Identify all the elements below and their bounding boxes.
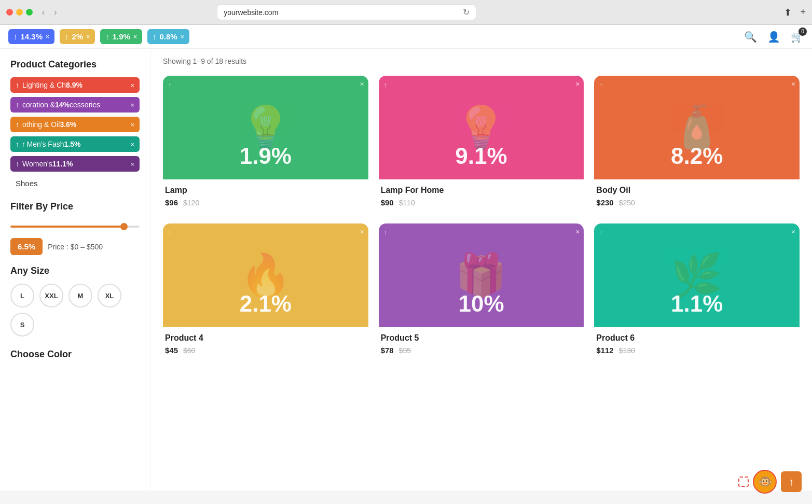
- product-card-p5[interactable]: 🎁 10% ↑ × Product 5 $78 $95: [379, 223, 584, 361]
- cat-label: coration &14%cessories: [22, 101, 100, 109]
- traffic-lights: [6, 9, 33, 16]
- tag-close-icon[interactable]: ×: [46, 33, 49, 40]
- product-card-p2[interactable]: 💡 9.1% ↑ × Lamp For Home $90 $110: [379, 76, 584, 213]
- float-avatar[interactable]: 🐵: [753, 470, 777, 491]
- tag-label: 14.3%: [21, 32, 43, 41]
- product-percent-p2: 9.1%: [455, 143, 507, 169]
- forward-button[interactable]: ›: [51, 7, 60, 18]
- product-percent-p3: 8.2%: [671, 143, 723, 169]
- main-content: Showing 1–9 of 18 results 💡 1.9% ↑ × Lam…: [150, 49, 812, 491]
- cat-close-icon[interactable]: ×: [130, 101, 134, 109]
- size-button-s[interactable]: S: [10, 313, 34, 337]
- product-image-p2: 💡 9.1% ↑ ×: [379, 76, 584, 179]
- product-name-p6: Product 6: [596, 333, 797, 343]
- price-old-p6: $130: [619, 346, 635, 355]
- back-button[interactable]: ‹: [39, 7, 48, 18]
- price-new-p6: $112: [596, 346, 613, 355]
- address-bar[interactable]: yourwebsite.com ↻: [217, 4, 476, 20]
- card-top-left-icon-p2: ↑: [384, 81, 388, 89]
- product-image-p4: 🔥 2.1% ↑ ×: [163, 223, 368, 327]
- shoes-link[interactable]: Shoes: [10, 176, 140, 191]
- cat-close-icon[interactable]: ×: [130, 141, 134, 148]
- cat-close-icon[interactable]: ×: [130, 160, 134, 168]
- price-range-label: Price : $0 – $500: [48, 243, 103, 251]
- price-old-p3: $250: [619, 199, 635, 207]
- topbar: ↑14.3%×↑2%×↑1.9%×↑0.8%× 🔍 👤 🛒 0: [0, 25, 812, 49]
- cat-label: r Men's Fash1.5%: [22, 140, 80, 148]
- product-card-p1[interactable]: 💡 1.9% ↑ × Lamp $96 $120: [163, 76, 368, 213]
- filter-tag-tag4[interactable]: ↑0.8%×: [147, 29, 189, 44]
- product-grid: 💡 1.9% ↑ × Lamp $96 $120 💡 9.1% ↑ × Lamp…: [163, 76, 800, 361]
- product-card-p4[interactable]: 🔥 2.1% ↑ × Product 4 $45 $60: [163, 223, 368, 361]
- product-prices-p1: $96 $120: [165, 198, 366, 207]
- filter-tag-tag2[interactable]: ↑2%×: [60, 29, 95, 44]
- scroll-to-top-button[interactable]: ↑: [781, 471, 802, 491]
- cart-icon[interactable]: 🛒 0: [791, 31, 804, 43]
- price-slider[interactable]: [10, 226, 140, 228]
- user-icon[interactable]: 👤: [767, 31, 780, 43]
- product-name-p1: Lamp: [165, 186, 366, 195]
- close-traffic-light[interactable]: [6, 9, 13, 16]
- tag-arrow-icon: ↑: [105, 32, 109, 41]
- product-percent-p4: 2.1%: [240, 291, 292, 317]
- header-icons: 🔍 👤 🛒 0: [744, 31, 804, 43]
- product-info-p2: Lamp For Home $90 $110: [379, 179, 584, 213]
- product-info-p6: Product 6 $112 $130: [594, 327, 800, 361]
- cat-close-icon[interactable]: ×: [130, 81, 134, 89]
- category-tag-cat5[interactable]: ↑Women's11.1%×: [10, 156, 140, 172]
- card-close-icon-p6[interactable]: ×: [791, 228, 795, 236]
- search-icon[interactable]: 🔍: [744, 31, 757, 43]
- product-name-p4: Product 4: [165, 333, 366, 343]
- price-old-p1: $120: [183, 199, 199, 207]
- category-tag-cat3[interactable]: ↑othing & Oil3.6%×: [10, 117, 140, 132]
- filter-price-title: Filter By Price: [10, 201, 140, 212]
- browser-chrome: ‹ › yourwebsite.com ↻ ⬆ +: [0, 0, 812, 25]
- card-close-icon-p3[interactable]: ×: [791, 80, 795, 88]
- cat-arrow-icon: ↑: [16, 81, 19, 89]
- category-tag-cat2[interactable]: ↑coration &14%cessories×: [10, 97, 140, 113]
- share-button[interactable]: ⬆: [784, 7, 792, 18]
- card-close-icon-p1[interactable]: ×: [360, 80, 364, 88]
- product-image-p3: 🧴 8.2% ↑ ×: [594, 76, 800, 179]
- product-name-p2: Lamp For Home: [381, 186, 582, 195]
- card-close-icon-p2[interactable]: ×: [575, 80, 580, 88]
- tag-close-icon[interactable]: ×: [133, 33, 137, 40]
- size-button-xxl[interactable]: XXL: [39, 284, 63, 307]
- floating-bar: 🐵 ↑: [738, 470, 802, 491]
- card-top-left-icon-p6: ↑: [599, 229, 603, 236]
- size-button-m[interactable]: M: [68, 284, 92, 307]
- product-info-p5: Product 5 $78 $95: [379, 327, 584, 361]
- size-button-xl[interactable]: XL: [98, 284, 121, 307]
- tag-arrow-icon: ↑: [13, 32, 18, 41]
- reload-button[interactable]: ↻: [463, 7, 470, 17]
- product-info-p4: Product 4 $45 $60: [163, 327, 368, 361]
- cat-close-icon[interactable]: ×: [130, 121, 134, 129]
- cart-badge: 0: [799, 27, 807, 36]
- card-top-left-icon-p5: ↑: [384, 229, 388, 236]
- floating-indicator: [738, 477, 749, 487]
- card-close-icon-p5[interactable]: ×: [575, 228, 580, 236]
- maximize-traffic-light[interactable]: [26, 9, 33, 16]
- cat-arrow-icon: ↑: [16, 101, 19, 109]
- main-layout: Product Categories ↑Lighting & Ch8.9%×↑c…: [0, 49, 812, 491]
- category-tag-cat4[interactable]: ↑r Men's Fash1.5%×: [10, 136, 140, 152]
- cat-arrow-icon: ↑: [16, 160, 19, 168]
- new-tab-button[interactable]: +: [800, 7, 806, 18]
- filter-tag-tag1[interactable]: ↑14.3%×: [8, 29, 54, 44]
- results-text: Showing 1–9 of 18 results: [163, 57, 800, 65]
- product-info-p3: Body Oil $230 $250: [594, 179, 800, 213]
- category-tag-cat1[interactable]: ↑Lighting & Ch8.9%×: [10, 77, 140, 93]
- tag-close-icon[interactable]: ×: [181, 33, 184, 40]
- card-close-icon-p4[interactable]: ×: [360, 228, 364, 236]
- size-button-l[interactable]: L: [10, 284, 34, 307]
- price-old-p5: $95: [399, 346, 411, 355]
- product-percent-p1: 1.9%: [240, 143, 292, 169]
- minimize-traffic-light[interactable]: [16, 9, 23, 16]
- price-badge: 6.5%: [10, 238, 43, 255]
- card-top-left-icon-p3: ↑: [599, 81, 603, 89]
- product-card-p6[interactable]: 🌿 1.1% ↑ × Product 6 $112 $130: [594, 223, 800, 361]
- tag-close-icon[interactable]: ×: [86, 33, 90, 40]
- product-prices-p5: $78 $95: [381, 346, 582, 355]
- filter-tag-tag3[interactable]: ↑1.9%×: [100, 29, 142, 44]
- product-card-p3[interactable]: 🧴 8.2% ↑ × Body Oil $230 $250: [594, 76, 800, 213]
